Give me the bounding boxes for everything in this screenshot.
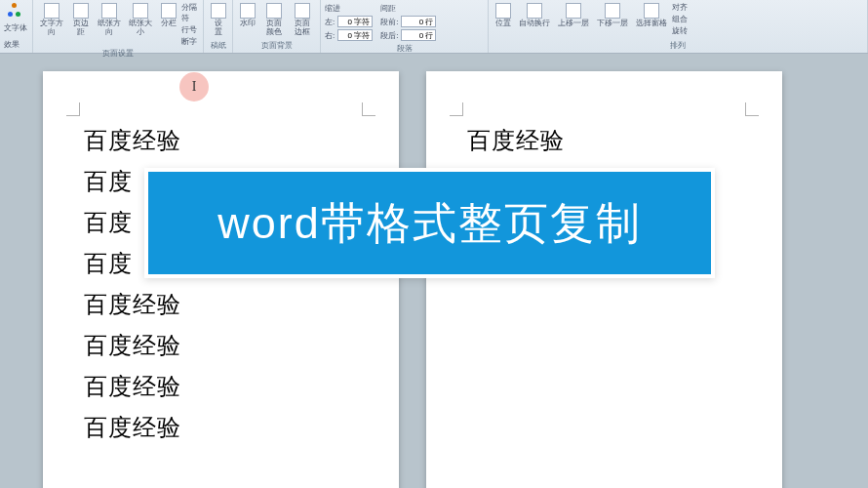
margin-corner-icon xyxy=(450,102,463,116)
text-line[interactable]: 百度经验 xyxy=(84,325,358,366)
columns-icon xyxy=(161,3,177,19)
orientation-button[interactable]: 纸张方向 xyxy=(95,2,124,47)
margins-button[interactable]: 页边距 xyxy=(68,2,92,47)
manuscript-label: 稿纸 xyxy=(208,39,228,51)
line-numbers-button[interactable]: 行号 xyxy=(181,24,199,35)
page-color-icon xyxy=(266,3,282,19)
text-line[interactable]: 百度经验 xyxy=(84,284,358,325)
manuscript-button[interactable]: 设置 xyxy=(208,2,228,38)
ribbon-group-page-bg: 水印 页面颜色 页面边框 页面背景 xyxy=(233,0,321,53)
send-backward-icon xyxy=(605,3,620,19)
hyphenation-button[interactable]: 断字 xyxy=(181,36,199,47)
page-color-button[interactable]: 页面颜色 xyxy=(260,2,288,38)
breaks-button[interactable]: 分隔符 xyxy=(181,2,199,23)
wrap-button[interactable]: 自动换行 xyxy=(516,2,553,36)
selection-pane-icon xyxy=(644,3,659,19)
theme-icon xyxy=(8,3,21,17)
page-bg-label: 页面背景 xyxy=(237,39,316,51)
margin-corner-icon xyxy=(66,102,80,116)
columns-button[interactable]: 分栏 xyxy=(158,2,179,47)
arrange-label: 排列 xyxy=(493,39,863,51)
orientation-icon xyxy=(101,3,117,19)
size-button[interactable]: 纸张大小 xyxy=(126,2,155,47)
text-direction-button[interactable]: 文字方向 xyxy=(37,2,66,47)
size-icon xyxy=(133,3,148,19)
bring-forward-icon xyxy=(566,3,581,19)
indent-left-label: 缩进 xyxy=(325,3,340,14)
margins-icon xyxy=(73,3,89,19)
rotate-button[interactable]: 旋转 xyxy=(672,25,688,36)
ribbon-group-paragraph: 缩进 左: 右: 间距 段前: 段后: 段落 xyxy=(321,0,489,53)
text-line[interactable]: 百度经验 xyxy=(84,407,358,448)
document-page-2[interactable]: 百度经验 xyxy=(426,71,782,488)
ribbon-group-theme: 文字体 效果 xyxy=(0,0,33,53)
indent-left-input[interactable] xyxy=(337,16,373,27)
group-button[interactable]: 组合 xyxy=(672,14,688,24)
ribbon-group-manuscript: 设置 稿纸 xyxy=(204,0,233,53)
send-backward-button[interactable]: 下移一层 xyxy=(594,2,631,36)
text-direction-icon xyxy=(44,3,59,19)
paragraph-label: 段落 xyxy=(325,42,484,54)
theme-effects[interactable]: 效果 xyxy=(4,38,28,51)
spacing-after-input[interactable] xyxy=(401,29,436,41)
page-setup-label: 页面设置 xyxy=(37,47,199,59)
theme-button[interactable] xyxy=(4,2,28,18)
text-line[interactable]: 百度经验 xyxy=(84,120,358,161)
text-line[interactable]: 百度经验 xyxy=(467,120,741,161)
ribbon: 文字体 效果 文字方向 页边距 纸张方向 纸张大小 分栏 分隔符 行号 断字 页… xyxy=(0,0,868,54)
manuscript-icon xyxy=(211,3,226,19)
align-button[interactable]: 对齐 xyxy=(672,2,688,13)
position-button[interactable]: 位置 xyxy=(493,2,514,36)
theme-font[interactable]: 文字体 xyxy=(4,21,28,34)
spacing-label: 间距 xyxy=(380,3,396,14)
text-line[interactable]: 百度经验 xyxy=(84,366,358,407)
overlay-banner: word带格式整页复制 xyxy=(144,168,715,278)
selection-pane-button[interactable]: 选择窗格 xyxy=(633,2,670,36)
ribbon-group-page-setup: 文字方向 页边距 纸张方向 纸张大小 分栏 分隔符 行号 断字 页面设置 xyxy=(33,0,204,53)
watermark-icon xyxy=(240,3,256,19)
ribbon-group-arrange: 位置 自动换行 上移一层 下移一层 选择窗格 对齐 组合 旋转 排列 xyxy=(489,0,868,53)
bring-forward-button[interactable]: 上移一层 xyxy=(555,2,592,36)
wrap-icon xyxy=(527,3,542,19)
page-border-button[interactable]: 页面边框 xyxy=(290,2,317,38)
margin-corner-icon xyxy=(745,102,759,116)
position-icon xyxy=(495,3,511,19)
document-page-1[interactable]: 百度经验百度百度百度百度经验百度经验百度经验百度经验 xyxy=(43,71,399,488)
margin-corner-icon xyxy=(362,102,375,116)
overlay-text: word带格式整页复制 xyxy=(217,194,642,253)
spacing-before-input[interactable] xyxy=(401,16,436,27)
watermark-button[interactable]: 水印 xyxy=(237,2,258,38)
cursor-indicator xyxy=(179,72,209,102)
page-border-icon xyxy=(295,3,310,19)
indent-right-input[interactable] xyxy=(337,29,373,41)
